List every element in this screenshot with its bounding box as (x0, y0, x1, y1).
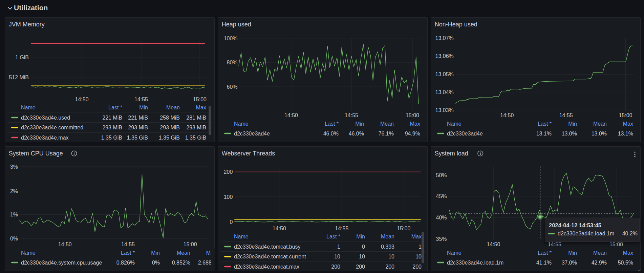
svg-text:14:50: 14:50 (487, 241, 500, 247)
svg-text:Min: Min (568, 250, 577, 256)
svg-text:Max: Max (410, 121, 420, 127)
svg-text:0.852%: 0.852% (172, 260, 190, 266)
svg-text:d2c330e3ad4e: d2c330e3ad4e (447, 131, 483, 136)
svg-text:14:50: 14:50 (58, 241, 72, 247)
svg-text:512 MiB: 512 MiB (9, 75, 29, 80)
svg-text:Mean: Mean (166, 105, 180, 110)
svg-text:1.35 GiB: 1.35 GiB (185, 135, 206, 141)
svg-text:1: 1 (337, 244, 340, 250)
svg-text:0: 0 (362, 244, 365, 250)
svg-text:42.9%: 42.9% (592, 260, 607, 266)
svg-text:Mean: Mean (593, 121, 607, 127)
svg-text:13.03%: 13.03% (435, 107, 454, 113)
svg-text:258 MiB: 258 MiB (160, 115, 180, 121)
svg-text:13.07%: 13.07% (435, 35, 454, 41)
svg-text:13.0%: 13.0% (592, 131, 607, 136)
svg-text:1.35 GiB: 1.35 GiB (159, 135, 180, 141)
svg-text:41.1%: 41.1% (536, 260, 552, 266)
svg-text:1 GiB: 1 GiB (15, 55, 29, 60)
svg-text:System load: System load (435, 150, 468, 157)
svg-text:94.9%: 94.9% (405, 131, 420, 136)
svg-text:1: 1 (418, 244, 422, 250)
svg-text:d2c330e3ad4e.max: d2c330e3ad4e.max (21, 135, 69, 141)
svg-text:2%: 2% (10, 188, 18, 194)
svg-text:Max: Max (411, 234, 422, 239)
svg-text:221 MiB: 221 MiB (128, 115, 148, 121)
svg-text:Name: Name (234, 121, 249, 127)
svg-text:System CPU Usage: System CPU Usage (9, 150, 63, 157)
svg-text:15:00: 15:00 (193, 97, 207, 102)
svg-text:100: 100 (224, 194, 233, 200)
svg-text:293 MiB: 293 MiB (128, 125, 148, 130)
svg-text:Name: Name (234, 234, 249, 239)
svg-text:0%: 0% (152, 260, 160, 266)
svg-text:14:55: 14:55 (559, 112, 573, 118)
svg-text:d2c330e3ad4e.committed: d2c330e3ad4e.committed (21, 125, 83, 130)
svg-text:1%: 1% (10, 212, 18, 217)
svg-text:d2c330e3ad4e.tomcat.max: d2c330e3ad4e.tomcat.max (234, 264, 299, 270)
svg-text:293 MiB: 293 MiB (186, 125, 206, 130)
svg-text:JVM Memory: JVM Memory (9, 21, 45, 28)
svg-text:1.35 GiB: 1.35 GiB (101, 135, 122, 141)
svg-text:Mean: Mean (593, 250, 607, 256)
svg-text:Min: Min (151, 250, 160, 256)
svg-text:281 MiB: 281 MiB (186, 115, 206, 121)
svg-text:13.1%: 13.1% (536, 131, 552, 136)
svg-text:13.06%: 13.06% (435, 53, 454, 59)
svg-text:Last *: Last * (325, 121, 339, 127)
svg-text:Mean: Mean (177, 250, 190, 256)
svg-text:14:55: 14:55 (335, 226, 348, 231)
svg-text:200: 200 (331, 264, 340, 270)
svg-text:0: 0 (230, 219, 233, 225)
svg-text:14:50: 14:50 (75, 97, 89, 102)
svg-text:15:00: 15:00 (609, 241, 623, 247)
svg-text:Webserver Threads: Webserver Threads (222, 150, 275, 157)
svg-text:Last *: Last * (538, 121, 552, 127)
svg-text:46.0%: 46.0% (349, 131, 364, 136)
svg-text:Max: Max (196, 105, 206, 110)
svg-text:Min: Min (356, 234, 365, 239)
svg-text:1.35 GiB: 1.35 GiB (127, 135, 148, 141)
svg-text:37.0%: 37.0% (562, 260, 577, 266)
svg-text:14:55: 14:55 (134, 97, 148, 102)
svg-text:0%: 0% (10, 236, 18, 241)
svg-text:14:55: 14:55 (121, 241, 135, 247)
svg-text:Last *: Last * (108, 105, 122, 110)
svg-text:15:00: 15:00 (184, 241, 197, 247)
svg-text:13.0%: 13.0% (562, 131, 577, 136)
svg-text:Mean: Mean (381, 234, 394, 239)
svg-text:10: 10 (359, 254, 365, 259)
svg-text:Heap used: Heap used (222, 21, 251, 28)
svg-text:200: 200 (356, 264, 365, 270)
svg-text:Name: Name (447, 250, 461, 256)
svg-text:14:55: 14:55 (548, 241, 561, 247)
svg-text:45%: 45% (436, 193, 447, 199)
svg-text:50.5%: 50.5% (618, 260, 633, 266)
svg-text:14:50: 14:50 (273, 226, 286, 231)
svg-text:d2c330e3ad4e: d2c330e3ad4e (234, 131, 270, 136)
svg-text:10: 10 (388, 254, 394, 259)
svg-text:0.393: 0.393 (381, 244, 394, 250)
svg-text:Last *: Last * (121, 250, 135, 256)
svg-text:200: 200 (412, 264, 422, 270)
svg-text:d2c330e3ad4e.used: d2c330e3ad4e.used (21, 115, 70, 121)
svg-text:d2c330e3ad4e.system.cpu.usage: d2c330e3ad4e.system.cpu.usage (21, 260, 102, 266)
svg-text:10: 10 (334, 254, 340, 259)
svg-text:Name: Name (21, 105, 36, 110)
svg-text:0.826%: 0.826% (116, 260, 135, 266)
svg-text:Last *: Last * (326, 234, 340, 239)
svg-text:Non-Heap used: Non-Heap used (435, 21, 477, 28)
svg-text:200: 200 (224, 169, 233, 175)
svg-text:Last *: Last * (538, 250, 552, 256)
svg-text:d2c330e3ad4e.load.1m: d2c330e3ad4e.load.1m (447, 260, 503, 266)
svg-text:14:55: 14:55 (345, 112, 358, 118)
svg-text:Name: Name (21, 250, 36, 256)
svg-text:15:00: 15:00 (406, 112, 419, 118)
svg-text:221 MiB: 221 MiB (102, 115, 122, 121)
svg-text:Max: Max (623, 121, 633, 127)
svg-text:d2c330e3ad4e.tomcat.current: d2c330e3ad4e.tomcat.current (234, 254, 306, 259)
svg-text:60%: 60% (227, 84, 238, 90)
svg-text:15:00: 15:00 (397, 226, 410, 231)
svg-text:40%: 40% (436, 215, 447, 220)
svg-text:Min: Min (568, 121, 577, 127)
